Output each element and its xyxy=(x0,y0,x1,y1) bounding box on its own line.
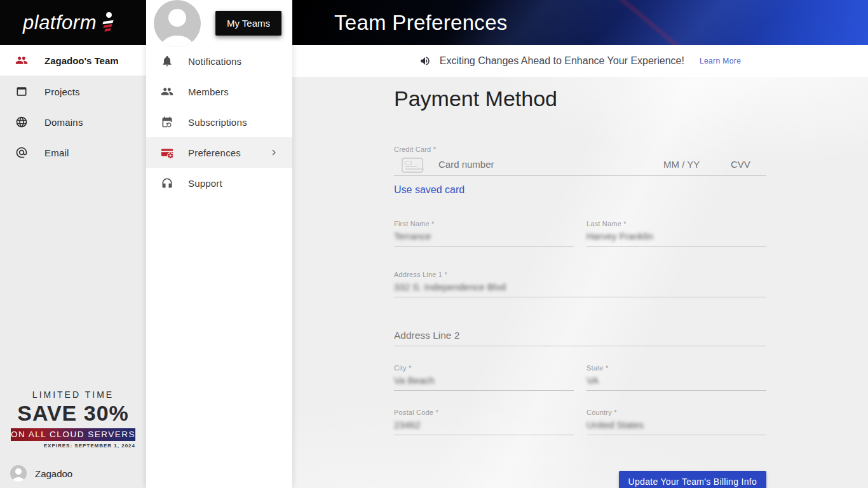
teams-panel-header: My Teams xyxy=(146,0,292,46)
sidebar-item-label: Projects xyxy=(44,86,80,97)
sidebar-item-label: Domains xyxy=(44,117,83,128)
sidebar-item-label: Email xyxy=(44,147,69,158)
city-input[interactable] xyxy=(394,372,574,390)
name-row: First Name * Last Name * xyxy=(394,220,766,247)
use-saved-card-link[interactable]: Use saved card xyxy=(394,184,465,196)
content-area: Payment Method Credit Card * Use saved c… xyxy=(292,77,868,488)
city-label: City * xyxy=(394,364,574,372)
brand-logo-text: platform xyxy=(23,11,97,34)
credit-card-icon xyxy=(402,158,423,173)
learn-more-link[interactable]: Learn More xyxy=(700,57,741,65)
brand-logo[interactable]: platform xyxy=(0,0,146,45)
state-field: State * xyxy=(587,364,766,391)
city-field: City * xyxy=(394,364,574,391)
announcement-banner: Exciting Changes Ahead to Enhance Your E… xyxy=(292,45,868,77)
panel-item-label: Members xyxy=(188,86,229,97)
members-group-icon xyxy=(161,85,173,98)
user-avatar xyxy=(10,465,27,482)
team-name-label: Zagadoo's Team xyxy=(44,55,119,66)
last-name-label: Last Name * xyxy=(587,220,766,227)
page-header: Team Preferences xyxy=(292,0,868,45)
country-label: Country * xyxy=(587,409,766,416)
address2-field xyxy=(394,327,766,346)
sidebar-item-domains[interactable]: Domains xyxy=(0,107,146,137)
announcement-text: Exciting Changes Ahead to Enhance Your E… xyxy=(440,55,684,67)
headset-icon xyxy=(161,177,173,189)
promo-headline: SAVE 30% xyxy=(0,401,146,426)
submit-row: Update Your Team's Billing Info xyxy=(394,471,766,488)
team-avatar xyxy=(154,0,201,47)
team-group-icon xyxy=(15,54,28,67)
my-teams-button[interactable]: My Teams xyxy=(215,11,281,36)
section-title: Payment Method xyxy=(394,85,868,112)
country-field: Country * xyxy=(587,409,766,435)
first-name-field: First Name * xyxy=(394,220,574,247)
postal-code-label: Postal Code * xyxy=(394,409,574,416)
panel-item-members[interactable]: Members xyxy=(146,76,292,107)
panel-item-notifications[interactable]: Notifications xyxy=(146,46,292,76)
speaker-icon xyxy=(419,55,431,67)
last-name-input[interactable] xyxy=(587,227,766,246)
page-title: Team Preferences xyxy=(334,11,508,35)
panel-item-subscriptions[interactable]: Subscriptions xyxy=(146,107,292,137)
calendar-repeat-icon xyxy=(161,116,173,128)
address1-input[interactable] xyxy=(394,278,766,297)
last-name-field: Last Name * xyxy=(587,220,766,247)
sidebar: platform Zagadoo's Team Projects Domains… xyxy=(0,0,146,488)
promo-expires: EXPIRES: SEPTEMBER 1, 2024 xyxy=(11,443,135,449)
card-expiry-input[interactable] xyxy=(663,156,717,174)
brand-icon xyxy=(102,10,114,36)
update-billing-button[interactable]: Update Your Team's Billing Info xyxy=(619,471,766,488)
first-name-input[interactable] xyxy=(394,227,574,246)
card-settings-icon xyxy=(161,146,173,159)
promo-eyebrow: LIMITED TIME xyxy=(0,390,146,400)
credit-card-row xyxy=(394,153,766,176)
card-number-input[interactable] xyxy=(438,156,663,174)
credit-card-label: Credit Card * xyxy=(394,146,766,153)
postal-code-field: Postal Code * xyxy=(394,409,574,435)
current-user[interactable]: Zagadoo xyxy=(10,465,72,482)
panel-item-preferences[interactable]: Preferences xyxy=(146,137,292,168)
chevron-right-icon xyxy=(268,147,280,158)
teams-panel: My Teams Notifications Members Subscript… xyxy=(146,0,292,488)
promo-subline: ON ALL CLOUD SERVERS xyxy=(11,428,135,441)
postal-code-input[interactable] xyxy=(394,416,574,435)
country-input[interactable] xyxy=(587,416,766,435)
panel-item-label: Subscriptions xyxy=(188,117,247,128)
state-label: State * xyxy=(587,364,766,372)
panel-item-label: Preferences xyxy=(188,147,241,158)
billing-form: Credit Card * Use saved card First Name … xyxy=(394,146,766,488)
sidebar-item-email[interactable]: Email xyxy=(0,137,146,168)
address2-input[interactable] xyxy=(394,327,766,346)
panel-item-label: Notifications xyxy=(188,56,241,67)
at-email-icon xyxy=(15,146,28,159)
bell-icon xyxy=(161,55,173,67)
user-name-label: Zagadoo xyxy=(35,468,72,479)
main-area: Team Preferences Exciting Changes Ahead … xyxy=(292,0,868,488)
sidebar-item-team[interactable]: Zagadoo's Team xyxy=(0,45,146,76)
postal-country-row: Postal Code * Country * xyxy=(394,409,766,435)
promo-banner[interactable]: LIMITED TIME SAVE 30% ON ALL CLOUD SERVE… xyxy=(0,390,146,449)
sidebar-nav: Projects Domains Email xyxy=(0,76,146,168)
card-cvv-input[interactable] xyxy=(731,156,766,174)
credit-card-group: Credit Card * Use saved card xyxy=(394,146,766,196)
panel-item-label: Support xyxy=(188,178,222,189)
state-input[interactable] xyxy=(587,372,766,390)
address1-label: Address Line 1 * xyxy=(394,271,766,278)
teams-panel-nav: Notifications Members Subscriptions Pref… xyxy=(146,46,292,198)
projects-window-icon xyxy=(15,85,28,98)
city-state-row: City * State * xyxy=(394,364,766,391)
first-name-label: First Name * xyxy=(394,220,574,227)
globe-icon xyxy=(15,116,28,128)
panel-item-support[interactable]: Support xyxy=(146,168,292,198)
address1-field: Address Line 1 * xyxy=(394,271,766,297)
sidebar-item-projects[interactable]: Projects xyxy=(0,76,146,107)
